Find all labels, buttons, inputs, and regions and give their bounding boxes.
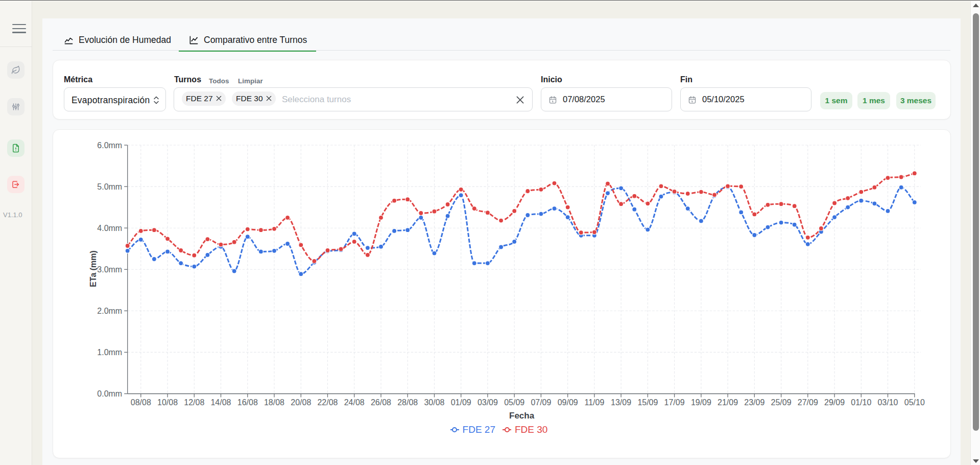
svg-text:03/09: 03/09	[477, 398, 498, 407]
svg-text:01/10: 01/10	[851, 398, 871, 407]
svg-text:6.0mm: 6.0mm	[97, 141, 122, 150]
svg-text:24/08: 24/08	[344, 398, 365, 407]
svg-text:5.0mm: 5.0mm	[97, 182, 122, 191]
svg-text:22/08: 22/08	[317, 398, 338, 407]
svg-text:16/08: 16/08	[237, 398, 258, 407]
svg-text:4.0mm: 4.0mm	[97, 224, 122, 232]
svg-text:1.0mm: 1.0mm	[97, 348, 122, 357]
svg-text:17/09: 17/09	[664, 398, 685, 407]
svg-text:10/08: 10/08	[157, 398, 178, 407]
svg-text:3.0mm: 3.0mm	[97, 265, 122, 274]
svg-text:15/09: 15/09	[637, 398, 658, 407]
svg-text:05/09: 05/09	[504, 398, 524, 407]
svg-text:27/09: 27/09	[798, 398, 818, 407]
svg-text:23/09: 23/09	[744, 398, 764, 407]
svg-text:2.0mm: 2.0mm	[97, 307, 122, 315]
svg-text:13/09: 13/09	[611, 398, 631, 407]
svg-text:30/08: 30/08	[424, 398, 444, 407]
svg-text:29/09: 29/09	[824, 398, 845, 407]
svg-text:11/09: 11/09	[584, 398, 604, 407]
svg-text:05/10: 05/10	[904, 398, 925, 407]
svg-text:03/10: 03/10	[877, 398, 898, 407]
svg-text:0.0mm: 0.0mm	[97, 389, 122, 398]
svg-text:25/09: 25/09	[771, 398, 792, 407]
svg-text:08/08: 08/08	[131, 398, 151, 407]
svg-text:26/08: 26/08	[371, 398, 391, 407]
svg-text:18/08: 18/08	[264, 398, 284, 407]
svg-text:07/09: 07/09	[531, 398, 551, 407]
svg-text:19/09: 19/09	[691, 398, 711, 407]
svg-text:28/08: 28/08	[397, 398, 418, 407]
svg-text:14/08: 14/08	[210, 398, 231, 407]
svg-text:20/08: 20/08	[291, 398, 311, 407]
svg-text:12/08: 12/08	[184, 398, 204, 407]
svg-text:01/09: 01/09	[451, 398, 471, 407]
svg-text:09/09: 09/09	[558, 398, 578, 407]
svg-text:21/09: 21/09	[718, 398, 738, 407]
